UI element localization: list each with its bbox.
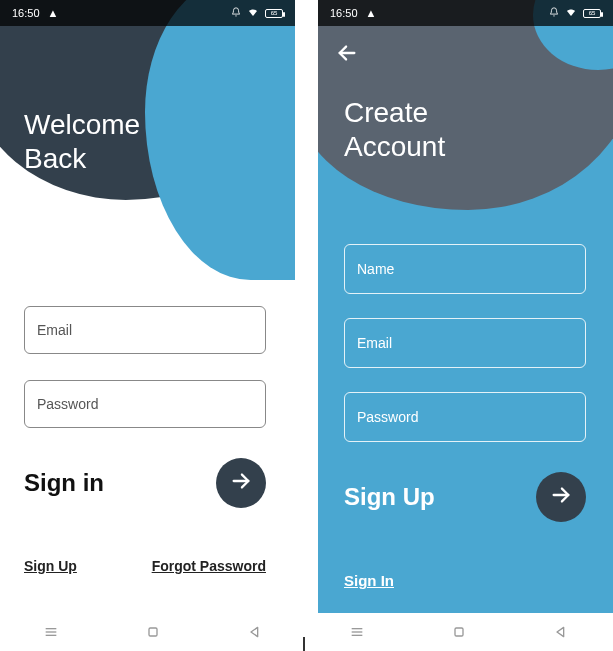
home-button[interactable]	[451, 624, 467, 640]
back-button[interactable]	[336, 42, 358, 68]
signup-button[interactable]	[536, 472, 586, 522]
signup-screen: 16:50 ▲ 65 Create Account	[318, 0, 613, 613]
email-field[interactable]: Email	[344, 318, 586, 368]
signup-heading: Sign Up	[344, 483, 435, 511]
title-line1: Welcome	[24, 108, 140, 142]
password-field[interactable]: Password	[344, 392, 586, 442]
back-button[interactable]	[247, 624, 263, 640]
back-button[interactable]	[553, 624, 569, 640]
arrow-right-icon	[230, 470, 252, 496]
wifi-icon	[565, 6, 577, 20]
title-line2: Back	[24, 142, 140, 176]
status-bar: 16:50 ▲ 65	[0, 0, 295, 26]
signup-link[interactable]: Sign Up	[24, 558, 77, 574]
decor-blue-blob	[145, 0, 295, 280]
warning-icon: ▲	[48, 7, 59, 19]
password-placeholder: Password	[37, 396, 98, 412]
status-time: 16:50	[12, 7, 40, 19]
arrow-left-icon	[336, 50, 358, 67]
email-field[interactable]: Email	[24, 306, 266, 354]
svg-rect-11	[455, 628, 463, 636]
recents-button[interactable]	[349, 624, 365, 640]
password-field[interactable]: Password	[24, 380, 266, 428]
password-placeholder: Password	[357, 409, 418, 425]
forgot-password-link[interactable]: Forgot Password	[152, 558, 266, 574]
wifi-icon	[247, 6, 259, 20]
signin-button[interactable]	[216, 458, 266, 508]
battery-icon: 65	[583, 9, 601, 18]
signin-screen: 16:50 ▲ 65 Welcome Back Email Pass	[0, 0, 295, 613]
dnd-icon	[549, 7, 559, 19]
status-time: 16:50	[330, 7, 358, 19]
svg-marker-7	[251, 627, 258, 636]
title-line2: Account	[344, 130, 445, 164]
svg-marker-12	[557, 627, 564, 636]
home-button[interactable]	[145, 624, 161, 640]
cursor-indicator	[303, 637, 305, 651]
name-placeholder: Name	[357, 261, 394, 277]
email-placeholder: Email	[37, 322, 72, 338]
battery-icon: 65	[265, 9, 283, 18]
dnd-icon	[231, 7, 241, 19]
warning-icon: ▲	[366, 7, 377, 19]
status-bar: 16:50 ▲ 65	[318, 0, 613, 26]
signin-heading: Sign in	[24, 469, 104, 497]
svg-rect-6	[149, 628, 157, 636]
arrow-right-icon	[550, 484, 572, 510]
email-placeholder: Email	[357, 335, 392, 351]
page-title: Create Account	[344, 96, 445, 163]
title-line1: Create	[344, 96, 445, 130]
recents-button[interactable]	[43, 624, 59, 640]
android-navbar	[0, 613, 613, 651]
signin-link[interactable]: Sign In	[344, 572, 587, 589]
page-title: Welcome Back	[24, 108, 140, 175]
name-field[interactable]: Name	[344, 244, 586, 294]
